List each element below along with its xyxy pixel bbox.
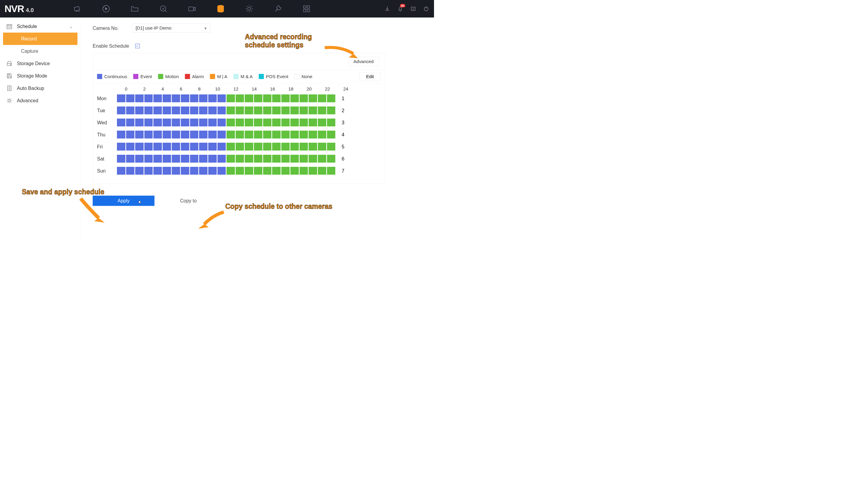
schedule-cell[interactable] [281,107,290,114]
schedule-cell[interactable] [208,94,217,102]
schedule-cell[interactable] [172,143,180,150]
day-bar[interactable] [117,94,336,102]
schedule-cell[interactable] [117,155,125,163]
schedule-cell[interactable] [272,167,281,175]
schedule-cell[interactable] [309,131,317,139]
apply-button[interactable]: Apply [93,196,155,206]
schedule-cell[interactable] [135,143,144,150]
schedule-cell[interactable] [290,107,299,114]
advanced-button[interactable]: Advanced [348,57,379,66]
copy-to-button[interactable]: Copy to [180,198,197,204]
schedule-cell[interactable] [290,131,299,139]
schedule-cell[interactable] [236,94,244,102]
schedule-cell[interactable] [327,131,336,139]
schedule-cell[interactable] [300,119,308,126]
schedule-cell[interactable] [227,94,235,102]
schedule-cell[interactable] [144,94,153,102]
schedule-cell[interactable] [172,131,180,139]
schedule-cell[interactable] [227,167,235,175]
schedule-cell[interactable] [263,131,272,139]
sidebar-item-capture[interactable]: Capture [0,45,81,57]
schedule-cell[interactable] [300,155,308,163]
maintenance-icon[interactable] [273,4,282,13]
schedule-cell[interactable] [126,119,134,126]
schedule-cell[interactable] [327,94,336,102]
schedule-cell[interactable] [236,167,244,175]
grid-icon[interactable] [302,4,311,13]
schedule-cell[interactable] [245,143,253,150]
schedule-cell[interactable] [300,107,308,114]
schedule-cell[interactable] [245,119,253,126]
schedule-cell[interactable] [217,167,226,175]
schedule-cell[interactable] [318,119,327,126]
schedule-cell[interactable] [208,155,217,163]
schedule-cell[interactable] [172,107,180,114]
schedule-cell[interactable] [199,131,208,139]
schedule-cell[interactable] [290,143,299,150]
alert-icon[interactable] [410,5,416,12]
schedule-cell[interactable] [254,167,262,175]
schedule-cell[interactable] [327,155,336,163]
schedule-cell[interactable] [327,143,336,150]
schedule-cell[interactable] [135,167,144,175]
legend-mia[interactable]: M | A [210,74,227,79]
schedule-cell[interactable] [281,119,290,126]
schedule-cell[interactable] [144,131,153,139]
schedule-cell[interactable] [217,107,226,114]
day-bar[interactable] [117,167,336,175]
legend-alarm[interactable]: Alarm [185,74,204,79]
schedule-cell[interactable] [126,94,134,102]
schedule-cell[interactable] [126,143,134,150]
schedule-cell[interactable] [117,107,125,114]
schedule-cell[interactable] [190,119,198,126]
schedule-cell[interactable] [117,119,125,126]
schedule-cell[interactable] [236,155,244,163]
schedule-cell[interactable] [153,119,162,126]
schedule-cell[interactable] [254,119,262,126]
schedule-cell[interactable] [263,107,272,114]
schedule-cell[interactable] [153,167,162,175]
schedule-cell[interactable] [281,131,290,139]
schedule-cell[interactable] [227,143,235,150]
schedule-cell[interactable] [117,131,125,139]
schedule-cell[interactable] [263,94,272,102]
sidebar-item-auto-backup[interactable]: Auto Backup [0,82,81,94]
schedule-cell[interactable] [144,155,153,163]
schedule-cell[interactable] [217,94,226,102]
schedule-cell[interactable] [190,94,198,102]
camera-select[interactable]: [D1] use-IP Demo ▾ [132,24,210,33]
legend-manda[interactable]: M & A [233,74,253,79]
schedule-cell[interactable] [281,94,290,102]
schedule-cell[interactable] [227,155,235,163]
schedule-cell[interactable] [190,107,198,114]
day-bar[interactable] [117,143,336,150]
schedule-cell[interactable] [245,155,253,163]
schedule-cell[interactable] [135,94,144,102]
schedule-cell[interactable] [318,167,327,175]
schedule-cell[interactable] [135,119,144,126]
schedule-cell[interactable] [227,119,235,126]
schedule-cell[interactable] [172,155,180,163]
sidebar-item-storage-device[interactable]: Storage Device [0,57,81,70]
alarm-bell-icon[interactable]: 62 [397,5,404,12]
legend-pos[interactable]: POS Event [258,74,288,79]
schedule-cell[interactable] [181,107,189,114]
schedule-cell[interactable] [181,94,189,102]
schedule-cell[interactable] [245,107,253,114]
schedule-cell[interactable] [217,119,226,126]
schedule-cell[interactable] [162,107,171,114]
day-bar[interactable] [117,155,336,163]
schedule-cell[interactable] [126,131,134,139]
schedule-cell[interactable] [144,167,153,175]
schedule-cell[interactable] [153,107,162,114]
schedule-cell[interactable] [236,107,244,114]
schedule-cell[interactable] [263,155,272,163]
schedule-cell[interactable] [227,107,235,114]
schedule-cell[interactable] [135,107,144,114]
schedule-cell[interactable] [162,167,171,175]
schedule-cell[interactable] [162,94,171,102]
schedule-cell[interactable] [245,94,253,102]
schedule-cell[interactable] [290,155,299,163]
sidebar-item-advanced[interactable]: Advanced [0,94,81,107]
schedule-cell[interactable] [181,155,189,163]
